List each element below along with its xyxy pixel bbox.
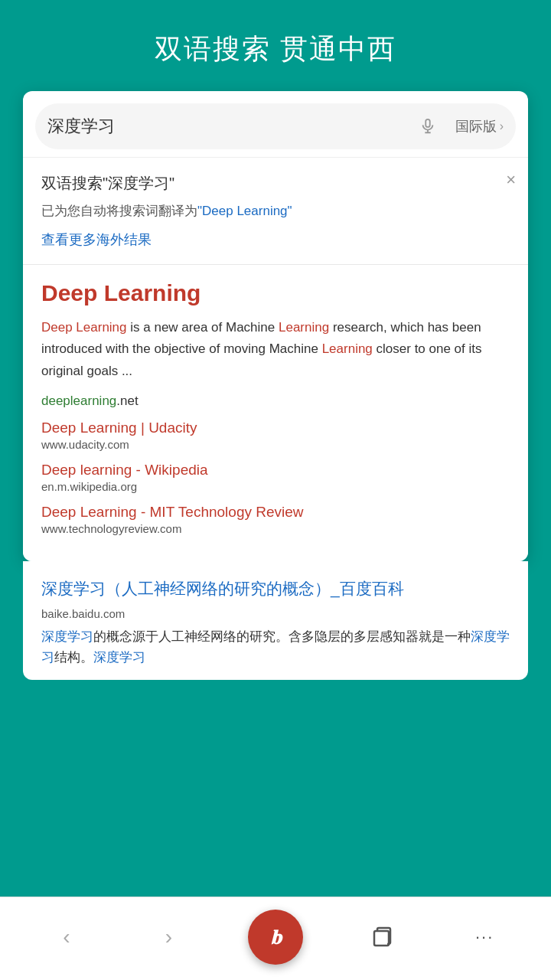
forward-button[interactable]: › — [145, 918, 191, 956]
baidu-url: baike.baidu.com — [41, 607, 510, 620]
baidu-text-2: 结构。 — [54, 650, 93, 665]
result-link-mit: Deep Learning - MIT Technology Review ww… — [41, 504, 510, 535]
deeplearning-domain: deeplearning — [41, 394, 116, 408]
chevron-right-icon: › — [500, 119, 504, 133]
popup-subtitle-prefix: 已为您自动将搜索词翻译为 — [41, 204, 197, 218]
tabs-icon — [371, 926, 394, 949]
baidu-result-card: 深度学习（人工神经网络的研究的概念）_百度百科 baike.baidu.com … — [23, 561, 528, 680]
back-icon: ‹ — [63, 925, 70, 949]
mit-url: www.technologyreview.com — [41, 522, 510, 535]
wikipedia-url: en.m.wikipedia.org — [41, 480, 510, 493]
intl-label: 国际版 — [455, 117, 497, 136]
baidu-snippet: 深度学习的概念源于人工神经网络的研究。含多隐层的多层感知器就是一种深度学习结构。… — [41, 626, 510, 668]
more-button[interactable]: ··· — [461, 918, 507, 956]
udacity-url: www.udacity.com — [41, 438, 510, 451]
tabs-button[interactable] — [360, 918, 406, 956]
bing-icon: 𝐛 — [270, 926, 281, 949]
header: 双语搜索 贯通中西 — [0, 0, 551, 91]
udacity-title[interactable]: Deep Learning | Udacity — [41, 420, 510, 436]
mit-title[interactable]: Deep Learning - MIT Technology Review — [41, 504, 510, 521]
snippet-highlight-1: Deep Learning — [41, 320, 127, 335]
translated-term: "Deep Learning" — [197, 204, 292, 218]
baidu-highlight-1: 深度学习 — [41, 629, 93, 644]
mic-icon[interactable] — [416, 114, 440, 139]
snippet-highlight-3: Learning — [322, 341, 373, 356]
back-button[interactable]: ‹ — [44, 918, 90, 956]
search-bar[interactable]: 深度学习 国际版 › — [35, 103, 516, 149]
more-icon: ··· — [475, 927, 494, 947]
baidu-text-1: 的概念源于人工神经网络的研究。含多隐层的多层感知器就是一种 — [93, 629, 471, 644]
popup-title: 双语搜索"深度学习" — [41, 173, 510, 194]
results-section: Deep Learning Deep Learning is a new are… — [23, 264, 528, 562]
main-result-title[interactable]: Deep Learning — [41, 280, 510, 306]
forward-icon: › — [165, 925, 172, 949]
popup-subtitle: 已为您自动将搜索词翻译为"Deep Learning" — [41, 201, 510, 221]
svg-rect-3 — [374, 931, 389, 946]
intl-button[interactable]: 国际版 › — [455, 117, 504, 136]
svg-rect-0 — [425, 119, 430, 127]
search-card: 深度学习 国际版 › × 双语搜索"深度学习" 已为您自动将搜索词翻译为"Dee… — [23, 91, 528, 561]
result-snippet: Deep Learning is a new area of Machine L… — [41, 317, 510, 384]
result-link-deeplearning: deeplearning.net — [41, 394, 510, 409]
result-link-wikipedia: Deep learning - Wikipedia en.m.wikipedia… — [41, 462, 510, 493]
deeplearning-url[interactable]: deeplearning.net — [41, 394, 510, 409]
snippet-text-1: is a new area of Machine — [130, 320, 279, 335]
result-link-udacity: Deep Learning | Udacity www.udacity.com — [41, 420, 510, 451]
deeplearning-tld: .net — [116, 394, 138, 408]
search-query: 深度学习 — [47, 115, 416, 138]
bilingual-popup: × 双语搜索"深度学习" 已为您自动将搜索词翻译为"Deep Learning"… — [23, 157, 528, 264]
more-results-link[interactable]: 查看更多海外结果 — [41, 232, 152, 247]
close-icon[interactable]: × — [506, 170, 516, 190]
baidu-highlight-3: 深度学习 — [93, 650, 145, 665]
header-title: 双语搜索 贯通中西 — [15, 31, 536, 68]
wikipedia-title[interactable]: Deep learning - Wikipedia — [41, 462, 510, 479]
baidu-title[interactable]: 深度学习（人工神经网络的研究的概念）_百度百科 — [41, 577, 510, 601]
bing-button[interactable]: 𝐛 — [248, 910, 303, 965]
nav-bar: ‹ › 𝐛 ··· — [0, 897, 551, 980]
snippet-highlight-2: Learning — [279, 320, 329, 335]
